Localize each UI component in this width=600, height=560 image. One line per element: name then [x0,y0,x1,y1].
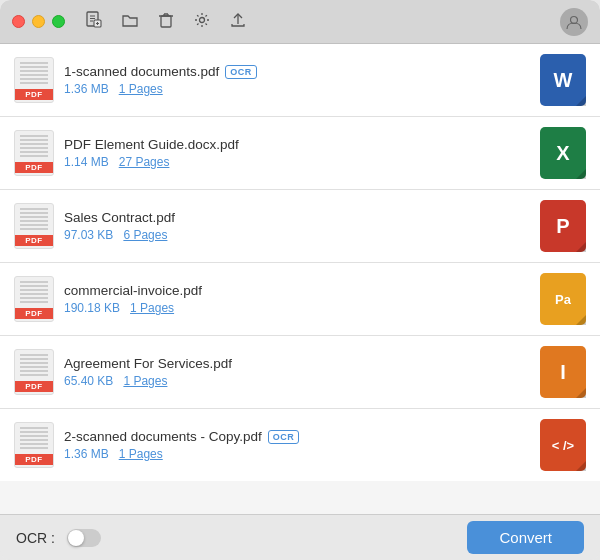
file-size: 1.14 MB [64,155,109,169]
trash-icon[interactable] [157,11,175,33]
convert-target-icon[interactable]: X [540,127,586,179]
file-name: 1-scanned documents.pdf [64,64,219,79]
file-info: PDF Element Guide.docx.pdf1.14 MB27 Page… [64,137,530,169]
pdf-icon: PDF [14,422,54,468]
pdf-icon: PDF [14,130,54,176]
file-info: Agreement For Services.pdf65.40 KB1 Page… [64,356,530,388]
file-info: commercial-invoice.pdf190.18 KB1 Pages [64,283,530,315]
file-item: PDFPDF Element Guide.docx.pdf1.14 MB27 P… [0,117,600,190]
file-size: 190.18 KB [64,301,120,315]
file-name: Sales Contract.pdf [64,210,175,225]
pdf-icon: PDF [14,349,54,395]
file-pages[interactable]: 1 Pages [130,301,174,315]
pdf-icon: PDF [14,57,54,103]
file-pages[interactable]: 1 Pages [123,374,167,388]
svg-rect-7 [161,16,171,27]
ocr-badge: OCR [268,430,300,444]
new-doc-icon[interactable] [85,11,103,33]
file-item: PDF2-scanned documents - Copy.pdfOCR1.36… [0,409,600,481]
toggle-thumb [68,530,84,546]
toolbar-icons [85,11,247,33]
convert-button[interactable]: Convert [467,521,584,554]
convert-target-icon[interactable]: < /> [540,419,586,471]
convert-target-icon[interactable]: P [540,200,586,252]
file-size: 65.40 KB [64,374,113,388]
convert-target-icon[interactable]: Pa [540,273,586,325]
file-list: PDF1-scanned documents.pdfOCR1.36 MB1 Pa… [0,44,600,514]
convert-target-icon[interactable]: I [540,346,586,398]
file-info: 2-scanned documents - Copy.pdfOCR1.36 MB… [64,429,530,461]
file-pages[interactable]: 6 Pages [123,228,167,242]
settings-icon[interactable] [193,11,211,33]
toggle-track[interactable] [67,529,101,547]
file-pages[interactable]: 1 Pages [119,82,163,96]
file-name: Agreement For Services.pdf [64,356,232,371]
pdf-icon: PDF [14,276,54,322]
convert-target-icon[interactable]: W [540,54,586,106]
file-size: 1.36 MB [64,447,109,461]
ocr-toggle[interactable] [67,529,101,547]
ocr-badge: OCR [225,65,257,79]
folder-icon[interactable] [121,11,139,33]
file-info: 1-scanned documents.pdfOCR1.36 MB1 Pages [64,64,530,96]
bottom-bar: OCR : Convert [0,514,600,560]
file-item: PDF1-scanned documents.pdfOCR1.36 MB1 Pa… [0,44,600,117]
file-name: 2-scanned documents - Copy.pdf [64,429,262,444]
file-item: PDFcommercial-invoice.pdf190.18 KB1 Page… [0,263,600,336]
file-item: PDFSales Contract.pdf97.03 KB6 PagesP [0,190,600,263]
minimize-button[interactable] [32,15,45,28]
file-name: PDF Element Guide.docx.pdf [64,137,239,152]
maximize-button[interactable] [52,15,65,28]
file-item: PDFAgreement For Services.pdf65.40 KB1 P… [0,336,600,409]
file-name: commercial-invoice.pdf [64,283,202,298]
file-size: 1.36 MB [64,82,109,96]
file-pages[interactable]: 27 Pages [119,155,170,169]
upload-icon[interactable] [229,11,247,33]
svg-point-12 [200,17,205,22]
file-pages[interactable]: 1 Pages [119,447,163,461]
ocr-label: OCR : [16,530,55,546]
file-size: 97.03 KB [64,228,113,242]
user-avatar-icon[interactable] [560,8,588,36]
close-button[interactable] [12,15,25,28]
pdf-icon: PDF [14,203,54,249]
title-bar [0,0,600,44]
file-info: Sales Contract.pdf97.03 KB6 Pages [64,210,530,242]
traffic-lights [12,15,65,28]
